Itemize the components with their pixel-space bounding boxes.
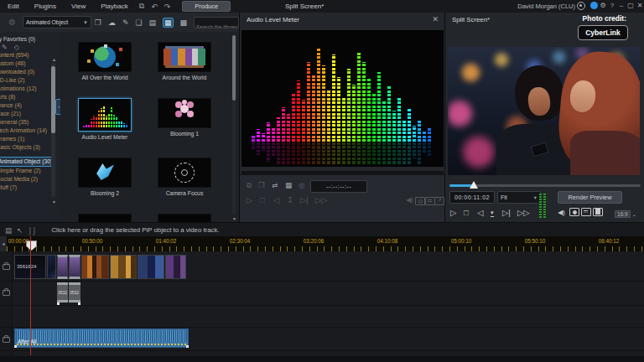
share-icon[interactable]: ❐ xyxy=(258,181,265,189)
video-clip[interactable] xyxy=(81,255,109,279)
maximize-button[interactable]: ▢ xyxy=(626,2,635,9)
thumbnail-flower[interactable] xyxy=(158,98,211,128)
minimize-button[interactable]: – xyxy=(617,2,626,9)
marker-button[interactable]: ▾ xyxy=(491,209,494,217)
notification-icon[interactable] xyxy=(590,2,598,9)
audio-clip[interactable]: After All xyxy=(14,328,189,348)
account-name[interactable]: David Morgan (CLU) xyxy=(517,3,575,10)
motion-icon[interactable]: ⇄ xyxy=(272,181,278,189)
avatar-icon[interactable] xyxy=(577,2,585,10)
library-item-blank[interactable] xyxy=(71,214,138,222)
library-gear-icon[interactable]: ⚙ xyxy=(8,18,16,27)
pen-icon[interactable]: ✎ xyxy=(2,44,14,51)
thumbnail-focus[interactable] xyxy=(158,158,211,188)
overlay-clip[interactable]: 3532 xyxy=(57,282,68,303)
aspect-ratio-selector[interactable]: 16:9 ⌄ xyxy=(615,210,636,218)
audio-volume-line[interactable] xyxy=(17,344,186,345)
thumbnail-eq[interactable] xyxy=(78,98,132,132)
record-button[interactable]: ↧ xyxy=(287,195,293,204)
library-item-audio-level-meter[interactable]: Audio Level Meter xyxy=(71,98,138,140)
list-view-icon[interactable]: ▤ xyxy=(149,18,157,27)
category-dropdown[interactable]: Animated Object ▼ xyxy=(23,16,91,28)
stop-button[interactable]: □ xyxy=(464,208,469,217)
play-button[interactable]: ▷ xyxy=(247,195,252,204)
ruler-scroll-left-icon[interactable]: ◂ xyxy=(0,236,7,251)
menu-item-edit[interactable]: Edit xyxy=(0,3,27,10)
create-object-icon[interactable]: ✎ xyxy=(122,18,129,27)
library-scroll-thumb[interactable] xyxy=(232,35,236,101)
fast-forward-button[interactable]: ▷▷ xyxy=(517,208,530,217)
thumbnail-blank[interactable] xyxy=(158,214,211,222)
pin-icon[interactable]: ◎ xyxy=(299,181,304,189)
library-item-around-the-world[interactable]: Around the World xyxy=(151,42,218,80)
render-preview-button[interactable]: Render Preview xyxy=(558,191,622,204)
detach-preview-icon[interactable] xyxy=(434,197,444,205)
capture-screen-icon[interactable]: ⧉ xyxy=(139,2,144,11)
sidebar-item-animated-object-30[interactable]: Animated Object (30) xyxy=(0,158,54,166)
select-tool-icon[interactable]: ↖ xyxy=(17,226,23,235)
menu-item-view[interactable]: View xyxy=(64,3,93,10)
menu-item-playback[interactable]: Playback xyxy=(93,3,135,10)
thumbnail-collage[interactable] xyxy=(158,42,211,72)
redo-icon[interactable]: ↷ xyxy=(164,3,171,11)
library-item-blooming-2[interactable]: Blooming 2 xyxy=(71,158,138,196)
volume-icon[interactable]: ◀) xyxy=(406,196,413,204)
search-box[interactable] xyxy=(194,17,239,28)
snapshot-icon[interactable] xyxy=(415,197,425,205)
help-button[interactable]: ? xyxy=(608,2,616,9)
video-clip[interactable] xyxy=(138,255,164,279)
clip-handle[interactable] xyxy=(78,303,80,305)
timeline-ruler[interactable]: ◂ 00:00:0000:50:0001:40:0202:30:0403:20:… xyxy=(0,236,644,252)
track-manager-icon[interactable]: ▤ xyxy=(5,226,12,235)
video-clip[interactable] xyxy=(110,255,137,279)
next-frame-button[interactable]: ▷| xyxy=(300,195,309,204)
clip-handle[interactable] xyxy=(14,345,17,348)
thumbnail-globe[interactable] xyxy=(78,42,132,72)
download-content-icon[interactable]: ☁ xyxy=(108,18,116,27)
cyberlink-button[interactable]: CyberLink xyxy=(578,25,628,40)
clip-handle[interactable] xyxy=(57,303,60,305)
video-clip[interactable] xyxy=(165,255,186,279)
volume-icon[interactable]: ◀) xyxy=(558,209,565,216)
apply-icon[interactable]: ⧉ xyxy=(247,181,252,190)
detach-preview-icon[interactable] xyxy=(593,208,603,216)
next-frame-button[interactable]: ▷| xyxy=(502,208,511,217)
clip-handle[interactable] xyxy=(186,345,189,348)
preview-timecode[interactable]: 00:00:11:02 xyxy=(449,191,495,204)
settings-gear-icon[interactable]: ⚙ xyxy=(599,2,607,9)
library-item-all-over-the-world[interactable]: All Over the World xyxy=(71,42,138,80)
library-item-camera-focus[interactable]: Camera Focus xyxy=(151,158,218,196)
fit-dropdown[interactable]: Fit ▼ xyxy=(497,191,541,204)
tag-icon[interactable]: ◇ xyxy=(14,44,26,51)
favorites-label[interactable]: My Favorites (0) xyxy=(0,36,60,42)
library-item-blooming-1[interactable]: Blooming 1 xyxy=(151,98,218,137)
video-clip[interactable] xyxy=(69,255,80,279)
seek-thumb[interactable] xyxy=(470,181,478,189)
produce-button[interactable]: Produce xyxy=(182,1,231,12)
undo-icon[interactable]: ↶ xyxy=(151,3,158,11)
thumbnail-blank[interactable] xyxy=(78,214,132,222)
video-clip[interactable] xyxy=(57,255,68,279)
import-media-icon[interactable]: ❐ xyxy=(95,18,101,27)
library-scrollbar[interactable] xyxy=(232,35,236,215)
overlay-clip[interactable]: 3532 xyxy=(69,282,80,303)
snapshot-icon[interactable] xyxy=(569,208,579,216)
search-input[interactable] xyxy=(195,22,239,28)
sidebar-scrollbar[interactable] xyxy=(51,63,55,197)
display-mode-icon[interactable] xyxy=(581,208,591,216)
video-clip[interactable] xyxy=(47,255,56,279)
fast-forward-button[interactable]: ▷▷ xyxy=(315,195,328,204)
mask-icon[interactable]: ▦ xyxy=(285,181,292,189)
playhead-line[interactable] xyxy=(30,236,31,355)
menu-item-plugins[interactable]: Plugins xyxy=(27,3,64,10)
scroll-down-icon[interactable]: ▼ xyxy=(52,199,56,204)
library-scroll-down-icon[interactable]: ▼ xyxy=(232,216,236,221)
close-icon[interactable]: ✕ xyxy=(432,15,439,23)
keyframe-icon[interactable]: ⌡⌡ xyxy=(28,226,36,235)
play-button[interactable]: ▷ xyxy=(450,208,456,217)
stop-button[interactable]: □ xyxy=(260,195,265,204)
close-button[interactable]: ✕ xyxy=(636,2,644,9)
library-item-blank[interactable] xyxy=(151,214,218,222)
previous-frame-button[interactable]: ◁ xyxy=(273,195,279,204)
thumbnail-size-icon[interactable]: ▩ xyxy=(180,18,188,27)
